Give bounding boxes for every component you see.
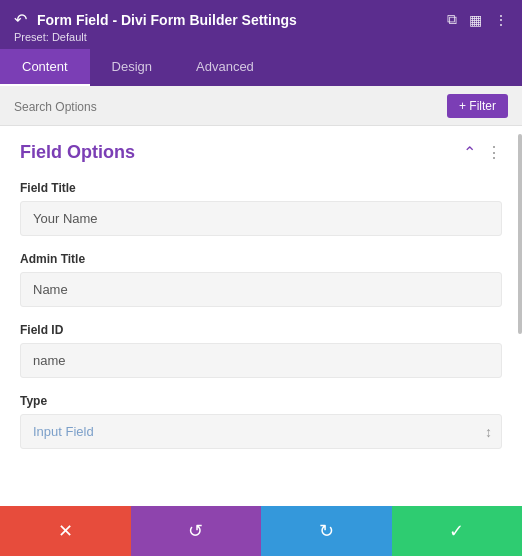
preset-label[interactable]: Preset: Default (14, 31, 508, 43)
tab-content[interactable]: Content (0, 49, 90, 86)
field-id-label: Field ID (20, 323, 502, 337)
header: ↶ Form Field - Divi Form Builder Setting… (0, 0, 522, 49)
admin-title-input[interactable] (20, 272, 502, 307)
field-id-input[interactable] (20, 343, 502, 378)
collapse-icon[interactable]: ⌃ (463, 143, 476, 162)
back-icon[interactable]: ↶ (14, 10, 27, 29)
bottom-toolbar: ✕ ↺ ↻ ✓ (0, 506, 522, 556)
section-options-icon[interactable]: ⋮ (486, 143, 502, 162)
columns-icon[interactable]: ▦ (469, 12, 482, 28)
type-label: Type (20, 394, 502, 408)
search-bar: + Filter (0, 86, 522, 126)
redo-button[interactable]: ↻ (261, 506, 392, 556)
undo-button[interactable]: ↺ (131, 506, 262, 556)
cancel-button[interactable]: ✕ (0, 506, 131, 556)
section-controls: ⌃ ⋮ (463, 143, 502, 162)
field-title-group: Field Title (20, 181, 502, 236)
tabs-bar: Content Design Advanced (0, 49, 522, 86)
field-title-label: Field Title (20, 181, 502, 195)
filter-button[interactable]: + Filter (447, 94, 508, 118)
admin-title-group: Admin Title (20, 252, 502, 307)
expand-icon[interactable]: ⧉ (447, 11, 457, 28)
save-button[interactable]: ✓ (392, 506, 523, 556)
field-id-group: Field ID (20, 323, 502, 378)
section-title: Field Options (20, 142, 135, 163)
page-title: Form Field - Divi Form Builder Settings (37, 12, 297, 28)
more-options-icon[interactable]: ⋮ (494, 12, 508, 28)
type-select[interactable]: Input Field Text Area Dropdown Checkbox … (20, 414, 502, 449)
type-group: Type Input Field Text Area Dropdown Chec… (20, 394, 502, 449)
type-select-wrap: Input Field Text Area Dropdown Checkbox … (20, 414, 502, 449)
scrollbar[interactable] (518, 134, 522, 334)
admin-title-label: Admin Title (20, 252, 502, 266)
section-header: Field Options ⌃ ⋮ (20, 142, 502, 163)
tab-design[interactable]: Design (90, 49, 174, 86)
header-icons: ⧉ ▦ ⋮ (447, 11, 508, 28)
search-input[interactable] (14, 100, 447, 114)
main-content: Field Options ⌃ ⋮ Field Title Admin Titl… (0, 126, 522, 508)
field-title-input[interactable] (20, 201, 502, 236)
tab-advanced[interactable]: Advanced (174, 49, 276, 86)
